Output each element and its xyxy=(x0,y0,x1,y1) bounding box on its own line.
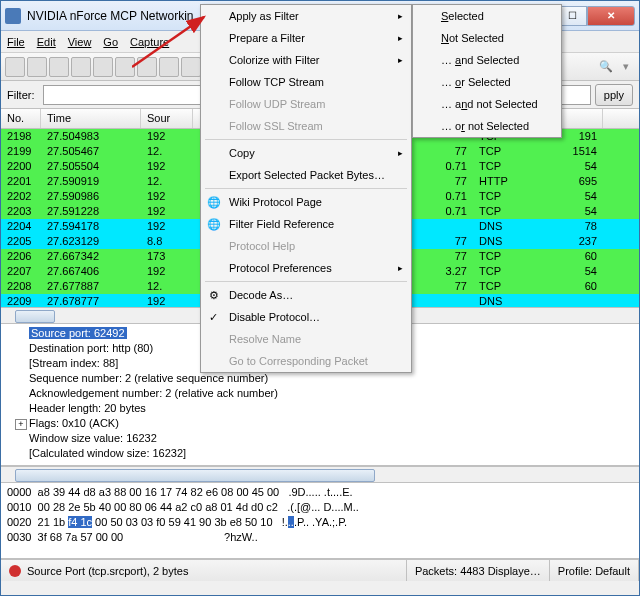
menu-file[interactable]: File xyxy=(7,36,25,48)
menu-item[interactable]: Copy xyxy=(201,142,411,164)
toolbar-button[interactable] xyxy=(27,57,47,77)
menu-item[interactable]: Export Selected Packet Bytes… xyxy=(201,164,411,186)
filter-label: Filter: xyxy=(7,89,35,101)
menu-item[interactable]: Protocol Preferences xyxy=(201,257,411,279)
menu-item: Protocol Help xyxy=(201,235,411,257)
col-no[interactable]: No. xyxy=(1,109,41,128)
menu-item[interactable]: Colorize with Filter xyxy=(201,49,411,71)
decode-icon: ⚙ xyxy=(207,288,221,302)
globe-icon: 🌐 xyxy=(207,217,221,231)
menu-item[interactable]: ⚙Decode As… xyxy=(201,284,411,306)
col-time[interactable]: Time xyxy=(41,109,141,128)
menu-go[interactable]: Go xyxy=(103,36,118,48)
toolbar-button[interactable] xyxy=(93,57,113,77)
status-field: Source Port (tcp.srcport), 2 bytes xyxy=(27,565,188,577)
expand-icon[interactable]: + xyxy=(15,419,27,430)
menu-item[interactable]: Selected xyxy=(413,5,561,27)
detail-seq[interactable]: Sequence number: 2 (relative sequence nu… xyxy=(29,371,635,386)
detail-calcw[interactable]: [Calculated window size: 16232] xyxy=(29,446,635,461)
toolbar-button[interactable] xyxy=(115,57,135,77)
toolbar-button[interactable] xyxy=(181,57,201,77)
detail-wsize[interactable]: Window size value: 16232 xyxy=(29,431,635,446)
toolbar-button[interactable] xyxy=(71,57,91,77)
menu-item[interactable]: … or not Selected xyxy=(413,115,561,137)
menu-item[interactable]: Disable Protocol… xyxy=(201,306,411,328)
menu-item: Go to Corresponding Packet xyxy=(201,350,411,372)
toolbar-button[interactable] xyxy=(5,57,25,77)
context-submenu[interactable]: SelectedNot Selected… and Selected… or S… xyxy=(412,4,562,138)
hex-view[interactable]: 0000 a8 39 44 d8 a3 88 00 16 17 74 82 e6… xyxy=(1,483,639,559)
close-button[interactable]: ✕ xyxy=(587,6,635,26)
menu-item: Resolve Name xyxy=(201,328,411,350)
menu-item[interactable]: … and not Selected xyxy=(413,93,561,115)
menu-item: Follow UDP Stream xyxy=(201,93,411,115)
menu-item[interactable]: Follow TCP Stream xyxy=(201,71,411,93)
status-packets: Packets: 4483 Displaye… xyxy=(407,560,550,581)
menu-edit[interactable]: Edit xyxy=(37,36,56,48)
menu-capture[interactable]: Capture xyxy=(130,36,169,48)
menu-item[interactable]: … or Selected xyxy=(413,71,561,93)
search-icon[interactable]: 🔍 xyxy=(597,58,615,76)
toolbar-button[interactable] xyxy=(159,57,179,77)
apply-button[interactable]: pply xyxy=(595,84,633,106)
detail-flags[interactable]: Flags: 0x10 (ACK) xyxy=(29,417,119,429)
app-icon xyxy=(5,8,21,24)
toolbar-sep: ▾ xyxy=(623,60,629,73)
detail-hlen[interactable]: Header length: 20 bytes xyxy=(29,401,635,416)
detail-srcport[interactable]: Source port: 62492 xyxy=(29,327,127,339)
menu-item[interactable]: … and Selected xyxy=(413,49,561,71)
context-menu[interactable]: Apply as FilterPrepare a FilterColorize … xyxy=(200,4,412,373)
menu-item[interactable]: 🌐Filter Field Reference xyxy=(201,213,411,235)
menu-view[interactable]: View xyxy=(68,36,92,48)
hex-selected: f4 1c xyxy=(68,516,92,528)
col-source[interactable]: Sour xyxy=(141,109,193,128)
status-profile: Profile: Default xyxy=(550,560,639,581)
statusbar: Source Port (tcp.srcport), 2 bytes Packe… xyxy=(1,559,639,581)
menu-item: Follow SSL Stream xyxy=(201,115,411,137)
globe-icon: 🌐 xyxy=(207,195,221,209)
menu-item[interactable]: Prepare a Filter xyxy=(201,27,411,49)
hscrollbar[interactable] xyxy=(1,466,639,483)
toolbar-button[interactable] xyxy=(137,57,157,77)
record-icon[interactable] xyxy=(9,565,21,577)
menu-item[interactable]: 🌐Wiki Protocol Page xyxy=(201,191,411,213)
detail-ack[interactable]: Acknowledgement number: 2 (relative ack … xyxy=(29,386,635,401)
menu-item[interactable]: Apply as Filter xyxy=(201,5,411,27)
toolbar-button[interactable] xyxy=(49,57,69,77)
menu-item[interactable]: Not Selected xyxy=(413,27,561,49)
